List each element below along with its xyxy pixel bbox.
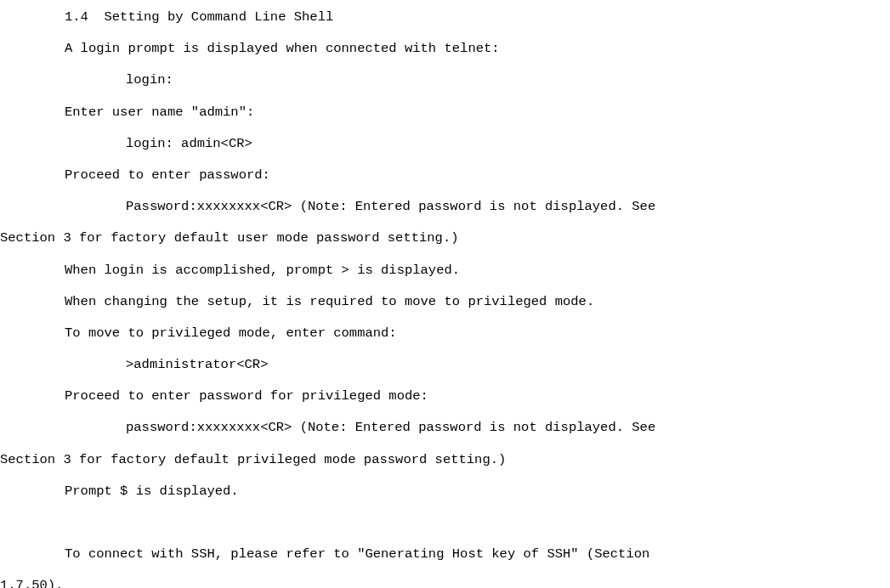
para-ssh-line2: 1.7.50). bbox=[0, 570, 890, 588]
section-heading: 1.4 Setting by Command Line Shell bbox=[0, 2, 890, 33]
para-change-setup: When changing the setup, it is required … bbox=[0, 286, 890, 318]
para-enter-username: Enter user name "admin": bbox=[0, 97, 890, 128]
para-privileged-password: Proceed to enter password for privileged… bbox=[0, 381, 890, 412]
para-move-privileged: To move to privileged mode, enter comman… bbox=[0, 318, 890, 349]
para-enter-password: Proceed to enter password: bbox=[0, 160, 890, 191]
para-ssh-line1: To connect with SSH, please refer to "Ge… bbox=[0, 539, 890, 570]
code-password-line2: Section 3 for factory default user mode … bbox=[0, 223, 890, 254]
para-login-done: When login is accomplished, prompt > is … bbox=[0, 255, 890, 286]
para-dollar-prompt: Prompt $ is displayed. bbox=[0, 476, 890, 507]
code-login-prompt: login: bbox=[0, 65, 890, 96]
code-priv-password-line2: Section 3 for factory default privileged… bbox=[0, 444, 890, 476]
blank-line bbox=[0, 507, 890, 539]
para-telnet-prompt: A login prompt is displayed when connect… bbox=[0, 33, 890, 65]
code-priv-password-line1: password:xxxxxxxx<CR> (Note: Entered pas… bbox=[0, 412, 890, 444]
code-password-line1: Password:xxxxxxxx<CR> (Note: Entered pas… bbox=[0, 191, 890, 223]
code-administrator: >administrator<CR> bbox=[0, 349, 890, 381]
code-login-admin: login: admin<CR> bbox=[0, 128, 890, 160]
